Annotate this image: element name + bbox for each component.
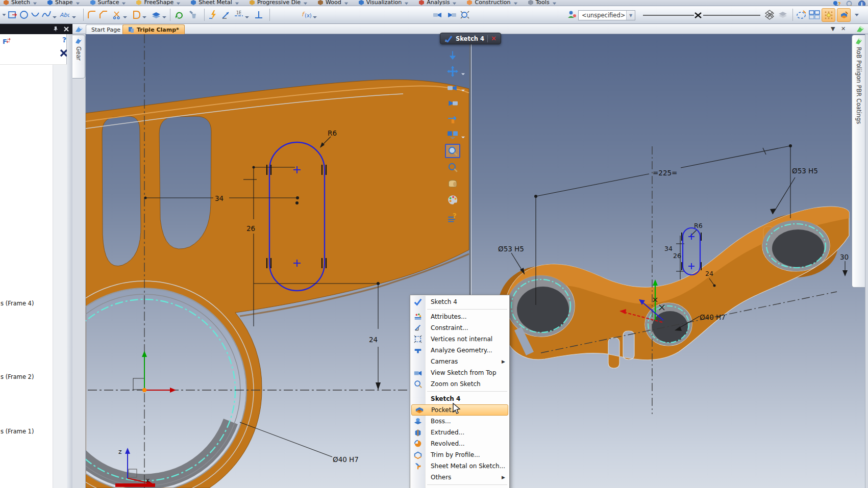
move-down-icon[interactable] (445, 48, 460, 62)
render-mode-button[interactable] (837, 8, 851, 22)
context-menu-item-revolved[interactable]: Revolved... (410, 438, 509, 449)
spline-tool[interactable] (40, 8, 53, 22)
chamfer-tool[interactable] (97, 8, 110, 22)
constraint-auto-tool[interactable] (207, 8, 220, 22)
context-menu-item-vertices-not-internal[interactable]: Vertices not internal (410, 333, 509, 345)
chevron-down-icon[interactable] (122, 12, 128, 17)
zoom-icon[interactable] (445, 160, 460, 174)
gear-side-tab[interactable]: Gear (72, 35, 85, 79)
pin-icon[interactable] (52, 26, 58, 32)
tree-item-frame[interactable]: s (Frame 1) (1, 428, 34, 435)
sketch-floating-toolbar[interactable]: Sketch 4 ✕ (440, 33, 501, 44)
chevron-down-icon[interactable] (71, 12, 77, 17)
profile-tool[interactable] (130, 8, 143, 22)
document-icon[interactable] (75, 25, 84, 33)
dual-view-icon[interactable] (445, 127, 460, 142)
info-icon[interactable]: i (858, 0, 866, 6)
material-doc-icon[interactable] (855, 24, 865, 34)
close-icon[interactable]: ✕ (491, 35, 497, 42)
function-edit-icon[interactable]: F (2, 37, 12, 47)
context-menu-item-others[interactable]: Others▶ (410, 472, 509, 483)
offset-tool[interactable] (150, 8, 163, 22)
context-menu-item-analyze-geometry[interactable]: Analyze Geometry... (410, 345, 509, 356)
camera-forward-icon[interactable] (445, 8, 458, 22)
tree-item-frame[interactable]: s (Frame 2) (1, 373, 34, 380)
context-menu-item-attributes[interactable]: Attributes... (410, 311, 509, 322)
menu-tools[interactable]: Tools (525, 0, 563, 6)
context-menu-item-zoom-on-sketch[interactable]: Zoom on Sketch (410, 378, 509, 390)
zoom-window-icon[interactable] (445, 144, 460, 158)
vertices-icon (413, 335, 423, 344)
hatch-pattern-icon[interactable] (763, 8, 777, 22)
sketch-slot-3d[interactable] (682, 228, 701, 275)
trim-tool[interactable] (110, 8, 123, 22)
gear-doc-icon (75, 37, 83, 45)
menu-progressive-die[interactable]: Progressive Die (246, 0, 314, 6)
camera-icon[interactable] (445, 96, 460, 110)
chevron-down-icon (235, 1, 239, 6)
materials-side-tab[interactable]: RoB Poliigon PBR Coatings (852, 35, 865, 288)
menu-sheet-metal[interactable]: Sheet Metal (187, 0, 246, 6)
camera-filter-icon[interactable] (445, 81, 460, 95)
chevron-down-icon[interactable] (312, 12, 317, 17)
tab-close-icon[interactable]: ✕ (841, 25, 846, 32)
menu-analysis[interactable]: Analysis (415, 0, 463, 6)
context-menu-item-boss[interactable]: Boss... (410, 416, 509, 427)
flip-view-icon[interactable] (445, 111, 460, 125)
context-menu-item-constraint[interactable]: Constraint... (410, 322, 509, 333)
tab-overflow-icon[interactable]: ▼ (831, 25, 835, 32)
context-menu-item-view-sketch-from-top[interactable]: View Sketch from Top (410, 367, 509, 378)
attribute-user-icon[interactable] (565, 8, 579, 22)
context-menu-item-sketch-4[interactable]: Sketch 4 (410, 296, 509, 307)
update-tool[interactable] (172, 8, 186, 22)
grid-toggle-button[interactable] (822, 8, 835, 22)
function-tool[interactable]: f(x) (300, 8, 313, 22)
text-tool[interactable]: Abc (56, 8, 72, 22)
camera-zoom-icon[interactable] (458, 8, 472, 22)
camera-back-icon[interactable] (431, 8, 444, 22)
layers-icon[interactable] (776, 8, 789, 22)
chevron-down-icon[interactable]: ▼ (626, 11, 635, 20)
panel-splitter[interactable] (67, 34, 72, 488)
chevron-down-icon[interactable] (142, 12, 147, 17)
split-view-icon[interactable] (808, 8, 821, 22)
pour-tool[interactable] (187, 8, 200, 22)
context-menu-item-cameras[interactable]: Cameras▶ (410, 356, 509, 367)
chevron-down-icon[interactable] (461, 69, 466, 74)
palette-icon[interactable] (445, 193, 460, 207)
pan-icon[interactable] (445, 64, 460, 79)
constraint-angle-tool[interactable] (219, 8, 233, 22)
close-icon[interactable] (63, 26, 69, 32)
chevron-down-icon[interactable] (162, 12, 167, 17)
tab-triple-clamp[interactable]: Triple Clamp* (122, 24, 185, 34)
dimension-tool[interactable]: 1E (232, 8, 245, 22)
chevron-down-icon (121, 1, 126, 6)
edge-style-preview[interactable] (642, 12, 762, 18)
render-style-icon[interactable] (445, 176, 460, 191)
menu-sketch[interactable]: Sketch (0, 0, 44, 6)
menu-construction[interactable]: Construction (463, 0, 524, 6)
tree-item-frame[interactable]: s (Frame 4) (1, 300, 34, 307)
chevron-down-icon[interactable] (854, 12, 859, 17)
search-icon[interactable] (846, 0, 854, 6)
chevron-down-icon[interactable] (244, 12, 250, 17)
menu-visualization[interactable]: Visualization (355, 0, 415, 6)
user-help-icon[interactable]: ? (832, 0, 841, 6)
menu-freeshape[interactable]: FreeShape (133, 0, 187, 6)
menu-item-label: View Sketch from Top (431, 369, 497, 376)
menu-wood[interactable]: Wood (314, 0, 355, 6)
context-menu-item-sheet-metal-on-sketch[interactable]: Sheet Metal on Sketch... (410, 460, 509, 472)
construction-ellipse-icon[interactable] (795, 8, 808, 22)
help-icon[interactable]: ? (62, 36, 66, 44)
tab-start-page[interactable]: Start Page (86, 24, 126, 34)
material-selector[interactable]: <unspecified> ▼ (578, 10, 635, 20)
menu-icon (90, 0, 96, 6)
perpendicular-tool[interactable] (252, 8, 265, 22)
chevron-down-icon[interactable] (461, 132, 466, 137)
context-menu-item-trim-by-profile[interactable]: Trim by Profile... (410, 449, 509, 460)
menu-surface[interactable]: Surface (87, 0, 133, 6)
help-list-icon[interactable]: ? (445, 211, 460, 225)
menu-shape[interactable]: Shape (44, 0, 86, 6)
chevron-down-icon[interactable] (461, 85, 466, 90)
context-menu-item-extruded[interactable]: Extruded... (410, 427, 509, 438)
